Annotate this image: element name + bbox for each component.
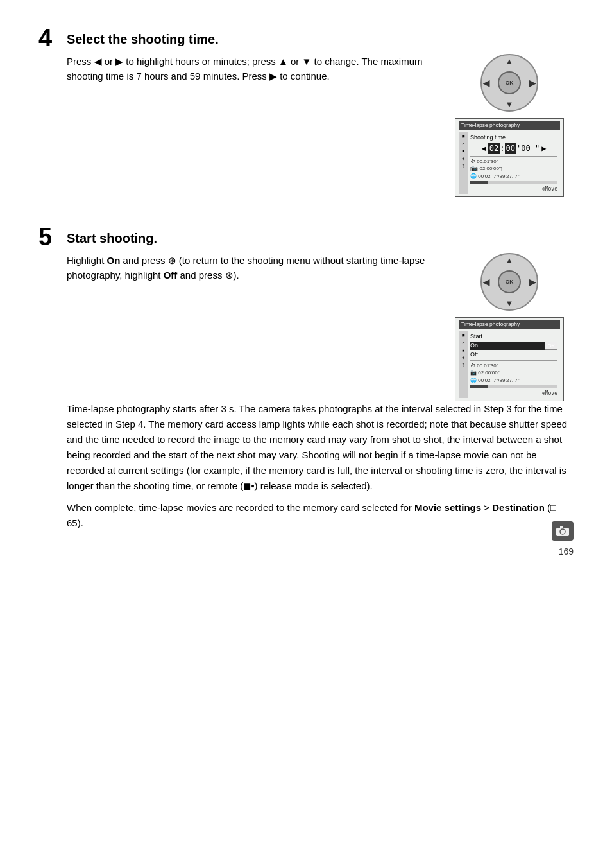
step4-header: 4 Select the shooting time.: [38, 26, 574, 50]
step5-stat-row-2: 📷 02:00'00": [470, 369, 557, 376]
step5-subtitle-row: Start: [470, 333, 557, 341]
step4-para: Press ◀ or ▶ to highlight hours or minut…: [67, 54, 432, 84]
left-arrow-time: ◀: [482, 143, 486, 154]
step5-top-row: Highlight On and press ⊛ (to return to t…: [67, 253, 574, 401]
step5-stat-bar: [470, 385, 557, 388]
step5-bar-icon2: ✓: [462, 340, 464, 347]
step5-highlight-para: Highlight On and press ⊛ (to return to t…: [67, 253, 432, 283]
step5-para2: When complete, time-lapse movies are rec…: [67, 500, 574, 531]
arrow-down-icon: ▼: [506, 100, 514, 109]
stat-row-1: ⏱ 00:01'30": [470, 158, 557, 165]
step5-move-label: ⊕Move: [470, 390, 557, 397]
step4-number: 4: [38, 26, 59, 50]
step5-off-row: Off: [470, 351, 557, 359]
step4-left-bar: ▣ ✓ ▪ ◈ ?: [459, 132, 468, 194]
stat-row-3: 🌐 00'02. 7"/89'27. 7": [470, 173, 557, 180]
step5-arrow-up: ▲: [506, 256, 514, 265]
hour-field: 02: [488, 143, 500, 154]
step5-stat-row-3: 🌐 00'02. 7"/89'27. 7": [470, 377, 557, 384]
step4-visual: ▲ ▼ ◀ ▶ OK Time-lapse photography ▣: [445, 54, 574, 197]
step5-highlight-text: Highlight On and press ⊛ (to return to t…: [67, 253, 432, 288]
step5-arrow-left: ◀: [483, 277, 489, 287]
step5-arrow-right: ▶: [529, 277, 536, 287]
apos: ': [516, 143, 521, 154]
step5-bar-icon4: ◈: [462, 355, 464, 361]
step4-move-label: ⊕Move: [470, 186, 557, 193]
step5-bar-icon5: ?: [462, 363, 464, 369]
step4-content: Press ◀ or ▶ to highlight hours or minut…: [67, 54, 574, 197]
step5-on-row: On OK: [470, 342, 557, 350]
step5-bar-icon3: ▪: [462, 348, 464, 354]
step4-screen: Time-lapse photography ▣ ✓ ▪ ◈ ?: [455, 118, 564, 197]
stat-row-2: [📷 02:00'00"]: [470, 165, 557, 172]
step4-control-diagram: ▲ ▼ ◀ ▶ OK: [480, 54, 538, 112]
step5-left-bar: ▣ ✓ ▪ ◈ ?: [459, 331, 468, 398]
step5-ok-label: OK: [506, 279, 514, 285]
step5-control-diagram: ▲ ▼ ◀ ▶ OK: [480, 253, 538, 311]
step4-block: 4 Select the shooting time. Press ◀ or ▶…: [38, 26, 574, 209]
step5-stats: ⏱ 00:01'30" 📷 02:00'00" 🌐 00'02. 7"/89'2…: [470, 360, 557, 388]
step5-screen-body: Start On OK Off ⏱ 00:01'30: [468, 331, 560, 398]
step5-subtitle: Start: [470, 333, 557, 341]
step4-bar-icon1: ▣: [462, 134, 464, 140]
arrow-up-icon: ▲: [506, 56, 514, 66]
step4-screen-display: Time-lapse photography ▣ ✓ ▪ ◈ ?: [455, 118, 564, 197]
right-arrow-time: ▶: [541, 143, 546, 154]
step4-screen-body: Shooting time ◀ 02 : 00 ' 00 " ▶: [468, 132, 560, 194]
camera-svg: [556, 526, 569, 536]
step5-number: 5: [38, 225, 59, 249]
colon1: :: [500, 143, 504, 154]
ok-button[interactable]: OK: [498, 71, 521, 94]
step4-bar-icon4: ◈: [462, 156, 464, 162]
step4-time-row: ◀ 02 : 00 ' 00 " ▶: [470, 143, 557, 154]
camera-icon-bottom: [552, 521, 574, 541]
step5-bar-icon1: ▣: [462, 333, 464, 339]
step5-ok-button[interactable]: OK: [498, 270, 521, 293]
step4-bar-icon2: ✓: [462, 141, 464, 148]
stat-bar: [470, 181, 557, 184]
min-field: 00: [505, 143, 516, 154]
step5-header: 5 Start shooting.: [38, 225, 574, 249]
step5-para1: Time-lapse photography starts after 3 s.…: [67, 401, 574, 494]
step5-on-label: On: [470, 342, 542, 350]
page-number: 169: [559, 546, 574, 557]
step4-bar-icon5: ?: [462, 164, 464, 170]
step4-stats: ⏱ 00:01'30" [📷 02:00'00"] 🌐 00'02. 7"/89…: [470, 156, 557, 184]
step4-subtitle: Shooting time: [470, 134, 557, 142]
step5-title: Start shooting.: [67, 225, 157, 246]
step5-visual: ▲ ▼ ◀ ▶ OK Time-lapse photography ▣: [445, 253, 574, 401]
step4-text: Press ◀ or ▶ to highlight hours or minut…: [67, 54, 432, 89]
arrow-right-icon: ▶: [529, 78, 536, 88]
step4-title: Select the shooting time.: [67, 26, 219, 47]
step5-off-label: Off: [470, 351, 557, 359]
step5-ok-badge: OK: [545, 342, 557, 350]
step5-block: 5 Start shooting. Highlight On and press…: [38, 225, 574, 531]
step4-subtitle-row: Shooting time: [470, 134, 557, 142]
sec-field: 00 ": [521, 143, 540, 154]
step5-screen-title: Time-lapse photography: [459, 320, 560, 329]
step5-stat-row-1: ⏱ 00:01'30": [470, 362, 557, 369]
step4-screen-title: Time-lapse photography: [459, 121, 560, 130]
step5-arrow-down: ▼: [506, 299, 514, 308]
step4-bar-icon3: ▪: [462, 148, 464, 155]
page: 4 Select the shooting time. Press ◀ or ▶…: [0, 0, 612, 576]
svg-rect-2: [560, 526, 563, 528]
arrow-left-icon: ◀: [483, 78, 489, 88]
step5-screen-display: Time-lapse photography ▣ ✓ ▪ ◈ ?: [455, 317, 564, 401]
step5-screen: Time-lapse photography ▣ ✓ ▪ ◈ ?: [455, 317, 564, 401]
ok-label: OK: [506, 80, 514, 86]
step5-body: Time-lapse photography starts after 3 s.…: [67, 401, 574, 531]
